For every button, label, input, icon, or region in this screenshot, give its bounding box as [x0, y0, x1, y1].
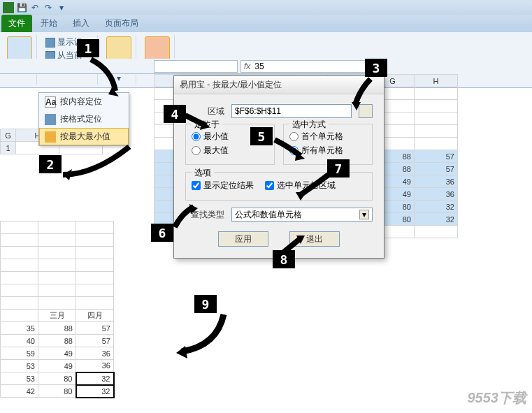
area-input[interactable]: [231, 104, 352, 118]
locate-icon[interactable]: [106, 36, 131, 61]
minmax-dialog: 易用宝 - 按最大/最小值定位 区域 定位于 最小值 最大值 选中方式 首个单元…: [173, 75, 384, 259]
col-g[interactable]: G: [1, 129, 16, 142]
save-icon[interactable]: 💾: [16, 2, 27, 13]
ribbon-tabs: 文件 开始 插入 页面布局: [0, 15, 532, 32]
callout-9: 9: [194, 295, 217, 313]
col-h[interactable]: H: [415, 75, 458, 87]
callout-7: 7: [327, 159, 350, 177]
redo-icon[interactable]: ↷: [43, 2, 54, 13]
table-row[interactable]: 三月四月: [1, 310, 114, 322]
menu-by-minmax[interactable]: 按最大最小值: [39, 128, 129, 145]
format-icon: [45, 114, 56, 125]
type-combo[interactable]: 公式和数值单元格 ▾: [231, 208, 373, 222]
tab-insert[interactable]: 插入: [66, 15, 96, 32]
bottom-sheet: 三月四月 358857 408857 594936 534936 538032 …: [0, 221, 115, 398]
tab-layout[interactable]: 页面布局: [98, 15, 145, 32]
callout-2: 2: [39, 155, 62, 173]
selmode-legend: 选中方式: [289, 119, 329, 131]
table-row[interactable]: 428032: [1, 385, 114, 398]
radio-first-cell[interactable]: 首个单元格: [289, 131, 366, 143]
formula-bar: fx 35: [0, 59, 378, 74]
tab-start[interactable]: 开始: [34, 15, 64, 32]
name-box[interactable]: [154, 60, 238, 73]
exit-button[interactable]: 退出: [289, 231, 340, 247]
minmax-icon: [45, 131, 56, 143]
callout-3: 3: [365, 59, 387, 77]
locate-legend: 定位于: [192, 119, 222, 131]
area-label: 区域: [185, 106, 224, 117]
callout-1: 1: [77, 39, 99, 57]
row-header-1[interactable]: 1: [1, 142, 16, 154]
callout-4: 4: [164, 105, 186, 123]
fx-icon: fx: [244, 61, 250, 71]
undo-icon[interactable]: ↶: [29, 2, 41, 13]
check-sel-range[interactable]: 选中单元格区域: [265, 180, 336, 191]
qat-dropdown-icon[interactable]: ▾: [56, 2, 67, 13]
bottom-grid[interactable]: 三月四月 358857 408857 594936 534936 538032 …: [0, 221, 115, 398]
chevron-down-icon: ▾: [359, 210, 369, 219]
callout-6: 6: [151, 224, 173, 242]
convert-icon[interactable]: [145, 36, 170, 61]
range-picker-button[interactable]: [359, 104, 373, 118]
spotlight-icon[interactable]: [7, 36, 32, 61]
titlebar: 💾 ↶ ↷ ▾: [0, 0, 532, 15]
settings-icon: [45, 38, 55, 48]
check-show-result[interactable]: 显示定位结果: [192, 180, 254, 191]
table-row[interactable]: 358857: [1, 322, 114, 335]
type-label: 查找类型: [185, 209, 224, 221]
formula-value: 35: [254, 61, 264, 71]
menu-by-content[interactable]: Aa按内容定位: [39, 93, 129, 110]
table-row[interactable]: 538032: [1, 372, 114, 385]
watermark: 9553下载: [468, 389, 527, 407]
content-icon: Aa: [45, 96, 56, 108]
radio-max[interactable]: 最大值: [192, 145, 268, 157]
locate-dropdown-menu: Aa按内容定位 按格式定位 按最大最小值: [38, 92, 129, 146]
menu-by-format[interactable]: 按格式定位: [39, 110, 129, 128]
formula-input[interactable]: fx 35: [240, 60, 375, 73]
callout-8: 8: [273, 250, 295, 268]
table-row[interactable]: 534936: [1, 360, 114, 372]
apply-button[interactable]: 应用: [218, 231, 268, 247]
options-legend: 选项: [192, 167, 214, 179]
callout-5: 5: [250, 127, 273, 145]
tab-file[interactable]: 文件: [1, 15, 32, 32]
radio-all-cells[interactable]: 所有单元格: [289, 145, 366, 157]
excel-icon: [3, 2, 14, 13]
table-row[interactable]: 594936: [1, 347, 114, 360]
dialog-title: 易用宝 - 按最大/最小值定位: [174, 76, 384, 94]
table-row[interactable]: 408857: [1, 335, 114, 347]
